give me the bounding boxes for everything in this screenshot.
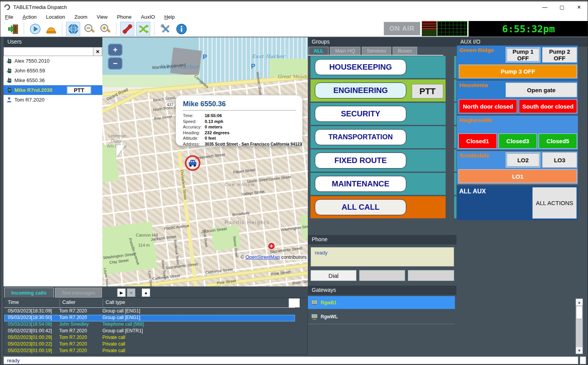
- scroll-up-icon[interactable]: ▲: [576, 299, 583, 305]
- phone-blank-button[interactable]: [359, 270, 405, 281]
- play-icon[interactable]: [28, 22, 42, 36]
- popup-field-value: 3035 Scott Street - San Francisco Califo…: [205, 141, 302, 147]
- aux-button-south-door[interactable]: South door closed: [519, 99, 577, 113]
- menu-action[interactable]: Action: [23, 14, 37, 20]
- tab-buses[interactable]: Buses: [393, 47, 417, 55]
- users-search-input[interactable]: [4, 47, 93, 56]
- menu-view[interactable]: View: [97, 14, 108, 20]
- alert-siren-icon[interactable]: [44, 22, 58, 36]
- call-row-selected[interactable]: 05/03/2023[18:30:50]Tom R7.2020Group cal…: [4, 315, 295, 321]
- close-button[interactable]: ✕: [570, 2, 588, 12]
- dial-button[interactable]: Dial: [311, 270, 356, 281]
- aux-button-closed5[interactable]: Closed5: [539, 133, 577, 149]
- on-air-indicator[interactable]: ON AIR: [384, 22, 420, 35]
- menu-location[interactable]: Location: [46, 14, 65, 20]
- user-list-item[interactable]: Alex 7550.2010: [4, 56, 102, 66]
- group-button-all-call[interactable]: ALL CALL: [315, 199, 406, 215]
- clear-search-icon[interactable]: ✕: [93, 47, 102, 56]
- menu-file[interactable]: File: [5, 14, 13, 20]
- user-list-item[interactable]: Mike 6550.36: [4, 75, 102, 85]
- exit-door-icon[interactable]: [6, 22, 20, 36]
- aux-section-label: Green Ridge: [459, 47, 494, 53]
- crossing-arrows-icon[interactable]: [136, 22, 150, 36]
- attribution-prefix: ©: [240, 254, 246, 260]
- user-list-item[interactable]: John 6550.59: [4, 66, 102, 75]
- aux-button-lo3[interactable]: LO3: [542, 152, 577, 168]
- aux-button-lo1[interactable]: LO1: [458, 169, 577, 183]
- menu-auxio[interactable]: AuxIO: [141, 14, 155, 20]
- scroll-thumb[interactable]: [576, 306, 583, 319]
- all-actions-button[interactable]: ALL ACTIONS: [532, 187, 577, 219]
- group-ptt-button[interactable]: PTT: [412, 84, 443, 98]
- maximize-button[interactable]: ▢: [553, 2, 570, 12]
- column-header-call-type[interactable]: Call type: [105, 299, 125, 307]
- globe-icon[interactable]: [66, 22, 80, 36]
- column-divider[interactable]: [103, 299, 103, 307]
- column-header-time[interactable]: Time: [8, 299, 19, 307]
- group-button-engineering[interactable]: ENGINEERING: [315, 82, 406, 98]
- tab-services[interactable]: Services: [362, 47, 391, 55]
- aux-button-pump1[interactable]: Pump 1 OFF: [506, 47, 541, 63]
- map-view[interactable]: Yacht Harbor East Harbor Great Meadow Ma…: [102, 37, 308, 286]
- resize-grip[interactable]: [580, 356, 586, 364]
- calls-scrollbar[interactable]: ▲ ▼: [576, 298, 583, 354]
- tab-main-hq[interactable]: Main HQ: [330, 47, 360, 55]
- minimize-button[interactable]: —: [536, 2, 553, 12]
- toolbar-separator: [116, 23, 116, 35]
- gateway-row-selected[interactable]: RgwB1 CP_ch1 DS1: [308, 296, 455, 309]
- popup-divider: [183, 110, 296, 111]
- call-row[interactable]: 05/03/2023[18:31:09]Tom R7.2020Group cal…: [4, 308, 295, 315]
- column-header-caller[interactable]: Caller: [62, 299, 75, 307]
- tools-icon[interactable]: [158, 22, 172, 36]
- aux-button-pump3[interactable]: Pump 3 OFF: [459, 65, 577, 78]
- call-row[interactable]: 05/02/2023[01:00:22]Tom R7.2020Private c…: [4, 341, 295, 348]
- map-zoom-in-button[interactable]: +: [108, 44, 123, 56]
- user-list-item-selected[interactable]: Mike R7nd.2030 PTT: [4, 85, 102, 95]
- menu-zoom[interactable]: Zoom: [74, 14, 87, 20]
- popup-field-label: Accuracy:: [183, 124, 205, 130]
- playback-play-button[interactable]: ▶: [117, 288, 126, 297]
- vehicle-location-marker[interactable]: [185, 155, 200, 171]
- info-icon[interactable]: [174, 22, 188, 36]
- user-list-item[interactable]: Tom R7.2020: [4, 95, 102, 105]
- openstreetmap-link[interactable]: OpenStreetMap: [246, 254, 280, 260]
- aux-section-label: Houstonia: [459, 82, 488, 88]
- aux-button-north-door[interactable]: North door closed: [459, 99, 517, 113]
- aux-button-closed1[interactable]: Closed1: [458, 133, 497, 149]
- gateway-row[interactable]: RgwWL wireline gateway: [308, 310, 455, 323]
- zoom-out-icon[interactable]: [82, 22, 96, 36]
- scroll-down-icon[interactable]: ▼: [576, 347, 583, 354]
- group-button-security[interactable]: SECURITY: [315, 106, 406, 122]
- tab-text-messages[interactable]: Text messages: [55, 288, 102, 298]
- aux-button-lo2[interactable]: LO2: [506, 152, 541, 168]
- call-row[interactable]: 05/03/2023[16:54:08]John SmedleyTelephon…: [4, 321, 295, 328]
- menu-help[interactable]: Help: [164, 14, 175, 20]
- menu-phone[interactable]: Phone: [117, 14, 132, 20]
- map-zoom-control: + −: [108, 44, 123, 70]
- tab-all[interactable]: ALL: [309, 47, 328, 55]
- group-button-maintenance[interactable]: MAINTENANCE: [315, 176, 406, 192]
- group-button-fixed-route[interactable]: FIXED ROUTE: [315, 153, 406, 168]
- route-shield-badge: 437: [165, 102, 176, 107]
- call-row[interactable]: 05/02/2023[01:00:19]Tom R7.2020Private c…: [4, 348, 295, 354]
- zoom-in-icon[interactable]: [98, 22, 112, 36]
- column-divider[interactable]: [60, 299, 60, 307]
- group-button-transportation[interactable]: TRANSPORTATION: [315, 129, 406, 145]
- move-up-button[interactable]: ▲: [142, 288, 150, 297]
- phone-icon[interactable]: [120, 22, 134, 36]
- app-window: TABLETmedia Dispatch — ▢ ✕ File Action L…: [0, 0, 588, 365]
- groups-scrollbar[interactable]: [454, 56, 456, 218]
- users-panel-header: Users: [4, 37, 102, 47]
- group-button-housekeeping[interactable]: HOUSEKEEPING: [315, 59, 406, 75]
- call-row[interactable]: 05/02/2023[01:00:42]Tom R7.2020Group cal…: [4, 328, 295, 335]
- call-row[interactable]: 05/02/2023[01:00:29]Tom R7.2020Private c…: [4, 335, 295, 341]
- map-zoom-out-button[interactable]: −: [108, 57, 123, 70]
- aux-button-open-gate[interactable]: Open gate: [506, 82, 577, 97]
- aux-button-closed3[interactable]: Closed3: [498, 133, 537, 149]
- user-ptt-button[interactable]: PTT: [67, 86, 91, 94]
- aux-button-pump2[interactable]: Pump 2 OFF: [542, 47, 577, 63]
- toolbar-separator: [154, 23, 154, 35]
- tab-incoming-calls[interactable]: Incoming calls: [4, 288, 54, 298]
- phone-blank-button[interactable]: [408, 270, 454, 281]
- playback-stop-button[interactable]: ■: [127, 288, 135, 297]
